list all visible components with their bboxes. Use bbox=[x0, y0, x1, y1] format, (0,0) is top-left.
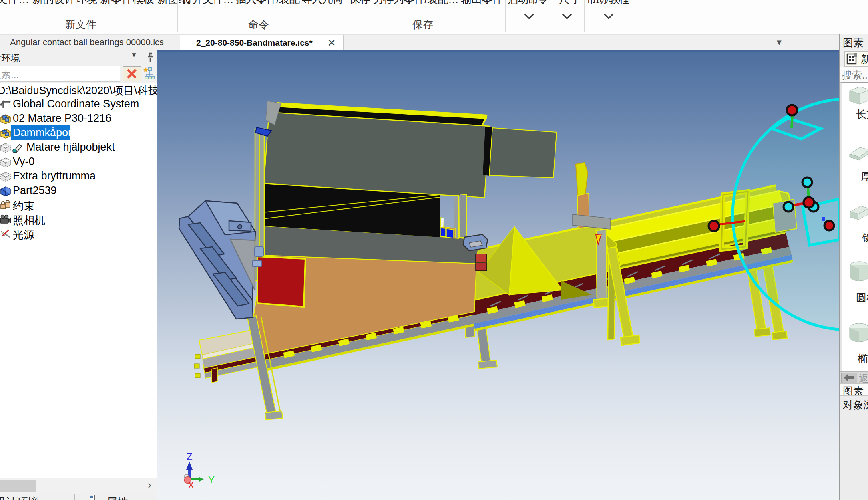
svg-text:Y: Y bbox=[208, 474, 215, 485]
svg-text:X: X bbox=[188, 480, 194, 490]
svg-text:Z: Z bbox=[187, 451, 193, 462]
